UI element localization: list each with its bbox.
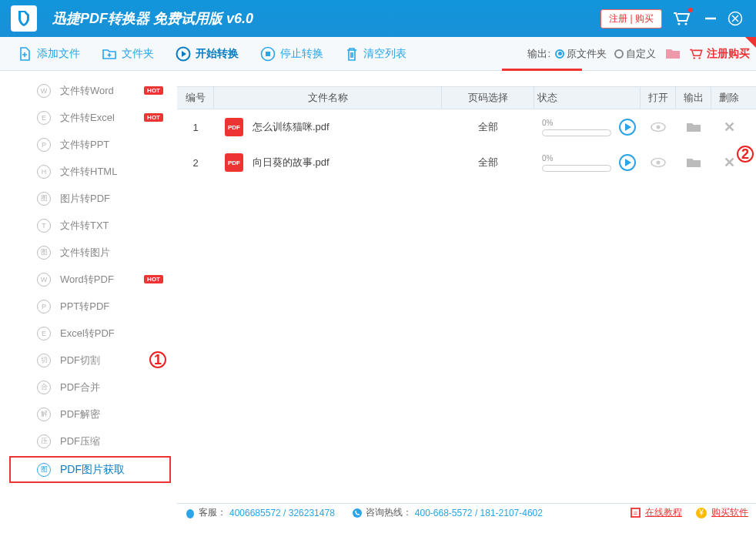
cart-icon[interactable] — [671, 10, 691, 27]
buy-link[interactable]: 购买软件 — [711, 506, 748, 519]
sidebar-item[interactable]: EExcel转PDF — [0, 320, 177, 347]
sidebar-item[interactable]: 图PDF图片获取 — [9, 456, 171, 483]
col-status: 状态 — [534, 87, 641, 109]
minimize-button[interactable] — [701, 8, 721, 29]
sidebar-item-label: PDF切割 — [60, 354, 100, 367]
sidebar-item-label: PDF解密 — [60, 408, 100, 421]
sidebar-item[interactable]: 图图片转PDF — [0, 185, 177, 212]
sidebar-item[interactable]: 压PDF压缩 — [0, 428, 177, 454]
svg-point-0 — [677, 22, 680, 25]
sidebar-item-icon: 图 — [37, 192, 51, 206]
corner-ribbon — [745, 37, 756, 48]
play-icon[interactable] — [619, 119, 636, 136]
stop-convert-button[interactable]: 停止转换 — [249, 37, 334, 71]
svg-point-10 — [657, 126, 661, 129]
hotline-label: 咨询热线： — [366, 506, 412, 519]
sidebar: W文件转WordHOTE文件转ExcelHOTP文件转PPTH文件转HTML图图… — [0, 71, 177, 522]
start-convert-button[interactable]: 开始转换 — [165, 37, 249, 71]
service-value[interactable]: 4006685572 / 326231478 — [229, 508, 335, 518]
clear-list-button[interactable]: 清空列表 — [334, 37, 417, 71]
register-buy-toolbar-button[interactable]: 注册购买 — [688, 47, 750, 61]
row-output[interactable] — [676, 121, 711, 133]
sidebar-item-label: PDF压缩 — [60, 434, 100, 448]
pdf-icon: PDF — [225, 153, 243, 172]
sidebar-item-icon: 切 — [37, 354, 51, 367]
sidebar-item[interactable]: 解PDF解密 — [0, 401, 177, 428]
row-delete[interactable]: ✕ — [711, 119, 747, 136]
phone-icon — [352, 508, 363, 518]
row-name[interactable]: PDF怎么训练猫咪.pdf — [214, 118, 442, 136]
browse-folder-icon[interactable] — [665, 48, 681, 60]
sidebar-item[interactable]: P文件转PPT — [0, 131, 177, 158]
row-num: 2 — [177, 157, 214, 169]
hotline-value[interactable]: 400-668-5572 / 181-2107-4602 — [415, 508, 543, 518]
sidebar-item-icon: 图 — [37, 246, 51, 260]
sidebar-item-label: 文件转Excel — [60, 111, 115, 125]
row-open[interactable] — [641, 122, 676, 132]
tutorial-link[interactable]: 在线教程 — [645, 506, 682, 519]
sidebar-item[interactable]: 图文件转图片 — [0, 239, 177, 266]
sidebar-item-icon: E — [37, 111, 51, 125]
sidebar-item-label: PPT转PDF — [60, 300, 109, 314]
app-logo — [11, 5, 37, 32]
add-folder-button[interactable]: 文件夹 — [91, 37, 165, 71]
col-page: 页码选择 — [442, 87, 534, 109]
sidebar-item[interactable]: 合PDF合并 — [0, 374, 177, 401]
row-open[interactable] — [641, 157, 676, 168]
sidebar-item[interactable]: WWord转PDFHOT — [0, 266, 177, 293]
sidebar-item-icon: P — [37, 138, 51, 152]
app-title: 迅捷PDF转换器 免费试用版 v6.0 — [52, 9, 600, 28]
col-output: 输出 — [676, 87, 711, 109]
service-label: 客服： — [199, 506, 226, 519]
sidebar-item[interactable]: T文件转TXT — [0, 212, 177, 239]
row-status: 0% — [534, 119, 641, 136]
output-source-radio[interactable]: 原文件夹 — [555, 47, 607, 61]
hot-badge: HOT — [144, 86, 163, 95]
row-page[interactable]: 全部 — [442, 156, 534, 169]
sidebar-item-label: PDF合并 — [60, 381, 100, 394]
row-name[interactable]: PDF向日葵的故事.pdf — [214, 153, 442, 172]
row-output[interactable] — [676, 156, 711, 169]
hot-badge: HOT — [144, 113, 163, 122]
sidebar-item-label: PDF图片获取 — [60, 463, 125, 477]
table-row: 1 PDF怎么训练猫咪.pdf 全部 0% ✕ — [177, 109, 756, 145]
annotation-1: 1 — [149, 351, 166, 368]
penguin-icon — [185, 508, 196, 518]
sidebar-item[interactable]: H文件转HTML — [0, 158, 177, 185]
register-buy-button[interactable]: 注册 | 购买 — [600, 9, 662, 29]
output-label: 输出: — [527, 47, 550, 61]
sidebar-item[interactable]: W文件转WordHOT — [0, 77, 177, 104]
output-custom-radio[interactable]: 自定义 — [614, 47, 656, 61]
sidebar-item-icon: 合 — [37, 381, 51, 394]
add-file-button[interactable]: 添加文件 — [6, 37, 91, 71]
sidebar-item-label: 文件转Word — [60, 84, 114, 98]
sidebar-item-label: 文件转PPT — [60, 138, 109, 152]
pdf-icon: PDF — [225, 118, 243, 136]
close-button[interactable] — [725, 8, 745, 29]
svg-point-14 — [353, 508, 362, 518]
col-name: 文件名称 — [214, 87, 442, 109]
table-header: 编号 文件名称 页码选择 状态 打开 输出 删除 — [177, 86, 756, 109]
sidebar-item[interactable]: PPPT转PDF — [0, 293, 177, 320]
row-num: 1 — [177, 122, 214, 133]
col-num: 编号 — [177, 87, 214, 109]
sidebar-item-label: 文件转HTML — [60, 165, 117, 179]
svg-point-13 — [186, 509, 194, 518]
sidebar-item-label: Word转PDF — [60, 273, 114, 287]
table-row: 2 PDF向日葵的故事.pdf 全部 0% ✕ — [177, 145, 756, 180]
col-delete: 删除 — [711, 87, 747, 109]
sidebar-item[interactable]: E文件转ExcelHOT — [0, 104, 177, 131]
svg-rect-6 — [266, 52, 270, 56]
sidebar-item-label: 图片转PDF — [60, 192, 110, 206]
col-open: 打开 — [641, 87, 676, 109]
sidebar-item-icon: P — [37, 300, 51, 314]
row-page[interactable]: 全部 — [442, 120, 534, 134]
sidebar-item-label: Excel转PDF — [60, 327, 115, 340]
tutorial-icon: ≡ — [631, 508, 641, 518]
svg-point-1 — [684, 22, 687, 25]
hot-badge: HOT — [144, 275, 163, 283]
sidebar-item-icon: W — [37, 84, 51, 98]
sidebar-item-icon: 压 — [37, 434, 51, 448]
statusbar: 客服： 4006685572 / 326231478 咨询热线： 400-668… — [177, 503, 756, 522]
play-icon[interactable] — [619, 154, 636, 171]
